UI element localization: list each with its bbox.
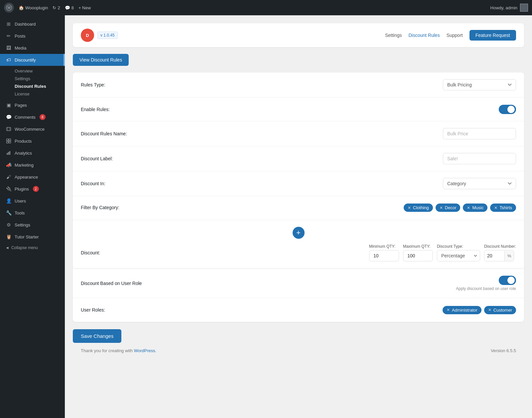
svg-rect-8 <box>8 152 9 155</box>
analytics-icon <box>5 150 12 156</box>
sidebar: ⊞ Dashboard ✏ Posts 🖼 Media 🏷 Discountif… <box>0 15 65 418</box>
main-layout: ⊞ Dashboard ✏ Posts 🖼 Media 🏷 Discountif… <box>0 15 532 418</box>
settings-icon: ⚙ <box>5 221 12 228</box>
save-changes-button[interactable]: Save Changes <box>73 329 121 343</box>
comments-badge: 8 <box>40 114 46 120</box>
admin-bar-site[interactable]: 🏠 Woooplugin <box>19 5 48 10</box>
comments-icon: 💬 <box>5 114 12 120</box>
plugin-nav-settings[interactable]: Settings <box>385 33 402 38</box>
feature-request-button[interactable]: Feature Request <box>469 30 516 41</box>
discount-type-select[interactable]: Percentage Fixed <box>437 250 480 261</box>
svg-text:W: W <box>7 6 11 10</box>
discount-field-label: Discount: <box>81 250 164 255</box>
discount-number-group: Discount Number: % <box>484 244 516 261</box>
plugin-nav-support[interactable]: Support <box>447 33 463 38</box>
min-qty-label: Minimum QTY: <box>369 244 399 249</box>
category-tags: ✕ Clothing ✕ Decor ✕ Music ✕ <box>404 204 516 212</box>
tag-clothing-remove[interactable]: ✕ <box>408 206 411 210</box>
discount-label-row: Discount Label: <box>73 146 524 171</box>
wp-logo-icon[interactable]: W <box>4 3 14 13</box>
sidebar-item-media[interactable]: 🖼 Media <box>0 42 65 54</box>
discount-number-input[interactable] <box>484 250 504 261</box>
plugin-nav: Settings Discount Rules Support Feature … <box>385 30 516 41</box>
tag-music: ✕ Music <box>463 204 487 212</box>
tag-music-remove[interactable]: ✕ <box>467 206 470 210</box>
sidebar-sub-overview[interactable]: Overview <box>12 67 65 75</box>
discount-based-sub: Apply discount based on user role <box>456 286 516 291</box>
min-qty-input[interactable] <box>369 250 399 261</box>
sidebar-item-dashboard[interactable]: ⊞ Dashboard <box>0 18 65 30</box>
admin-bar: W 🏠 Woooplugin ↻ 2 💬 8 + New Howdy, admi… <box>0 0 532 15</box>
footer-version: Version 6.5.5 <box>491 348 516 353</box>
plugin-logo: D v 1.0.45 <box>81 29 118 42</box>
tag-tshirts: ✕ Tshirts <box>490 204 516 212</box>
page-footer: Thank you for creating with WordPress. V… <box>73 343 524 358</box>
sidebar-item-tutor-starter[interactable]: 🦉 Tutor Starter <box>0 231 65 243</box>
admin-bar-updates[interactable]: ↻ 2 <box>53 5 60 10</box>
sidebar-sub-settings[interactable]: Settings <box>12 75 65 82</box>
discount-fields: Minimum QTY: Maximum QTY: Discount Type:… <box>164 244 516 261</box>
sidebar-sub-discount-rules[interactable]: Discount Rules <box>12 82 65 90</box>
discount-label-label: Discount Label: <box>81 156 164 161</box>
wordpress-link[interactable]: WordPress <box>134 348 155 353</box>
sidebar-item-posts[interactable]: ✏ Posts <box>0 30 65 42</box>
sidebar-sub-license[interactable]: License <box>12 90 65 98</box>
users-icon: 👤 <box>5 198 12 204</box>
tag-tshirts-remove[interactable]: ✕ <box>494 206 497 210</box>
plugins-badge: 2 <box>33 186 39 192</box>
filter-by-category-row: Filter By Category: ✕ Clothing ✕ Decor ✕ <box>73 196 524 220</box>
sidebar-item-discountify[interactable]: 🏷 Discountify <box>0 54 65 66</box>
rules-type-select[interactable]: Bulk Pricing Cart Discount BOGO <box>443 79 516 90</box>
tutor-starter-icon: 🦉 <box>5 233 12 240</box>
discount-rules-name-input[interactable] <box>443 128 516 139</box>
discount-rules-name-row: Discount Rules Name: <box>73 121 524 146</box>
discount-based-on-user-role-label: Discount Based on User Role <box>81 281 164 286</box>
max-qty-input[interactable] <box>403 250 433 261</box>
discount-based-on-user-role-toggle[interactable] <box>499 276 516 285</box>
discount-in-select[interactable]: Category Product All <box>443 178 516 189</box>
discount-label-control <box>164 153 516 164</box>
discount-number-label: Discount Number: <box>484 244 516 249</box>
enable-rules-row: Enable Rules: <box>73 97 524 121</box>
discount-add-button[interactable]: + <box>293 227 305 239</box>
admin-bar-comments[interactable]: 💬 8 <box>65 5 74 10</box>
tag-decor-remove[interactable]: ✕ <box>440 206 443 210</box>
tag-customer-remove[interactable]: ✕ <box>488 308 491 312</box>
svg-rect-2 <box>7 127 11 131</box>
rules-type-label: Rules Type: <box>81 82 164 87</box>
discount-rules-name-control <box>164 128 516 139</box>
pages-icon: ▣ <box>5 102 12 108</box>
sidebar-item-settings[interactable]: ⚙ Settings <box>0 219 65 231</box>
plugin-nav-discount-rules[interactable]: Discount Rules <box>409 33 440 38</box>
discount-in-row: Discount In: Category Product All <box>73 171 524 196</box>
sidebar-collapse[interactable]: ◄ Collapse menu <box>0 243 65 253</box>
rules-type-control: Bulk Pricing Cart Discount BOGO <box>164 79 516 90</box>
enable-rules-toggle[interactable] <box>499 105 516 114</box>
sidebar-item-pages[interactable]: ▣ Pages <box>0 99 65 111</box>
discount-label-input[interactable] <box>443 153 516 164</box>
discount-type-label: Discount Type: <box>437 244 480 249</box>
sidebar-item-analytics[interactable]: Analytics <box>0 147 65 159</box>
sidebar-item-users[interactable]: 👤 Users <box>0 195 65 207</box>
filter-by-category-label: Filter By Category: <box>81 204 164 210</box>
sidebar-item-plugins[interactable]: 🔌 Plugins 2 <box>0 183 65 195</box>
collapse-icon: ◄ <box>5 245 9 250</box>
sidebar-item-marketing[interactable]: 📣 Marketing <box>0 159 65 171</box>
tag-administrator-remove[interactable]: ✕ <box>447 308 450 312</box>
sidebar-item-woocommerce[interactable]: WooCommerce <box>0 123 65 135</box>
footer-text: Thank you for creating with WordPress. <box>81 348 156 353</box>
user-roles-label: User Roles: <box>81 307 164 313</box>
view-discount-rules-button[interactable]: View Discount Rules <box>73 54 129 66</box>
sidebar-item-appearance[interactable]: 🖌 Appearance <box>0 171 65 183</box>
discount-type-group: Discount Type: Percentage Fixed <box>437 244 480 261</box>
sidebar-item-products[interactable]: Products <box>0 135 65 147</box>
appearance-icon: 🖌 <box>5 174 12 180</box>
plugin-header: D v 1.0.45 Settings Discount Rules Suppo… <box>73 23 524 47</box>
products-icon <box>5 138 12 144</box>
sidebar-item-comments[interactable]: 💬 Comments 8 <box>0 111 65 123</box>
user-roles-row: User Roles: ✕ Administrator ✕ Customer <box>73 298 524 322</box>
admin-bar-new[interactable]: + New <box>78 5 91 10</box>
media-icon: 🖼 <box>5 45 12 51</box>
svg-rect-6 <box>9 141 11 143</box>
sidebar-item-tools[interactable]: 🔧 Tools <box>0 207 65 219</box>
